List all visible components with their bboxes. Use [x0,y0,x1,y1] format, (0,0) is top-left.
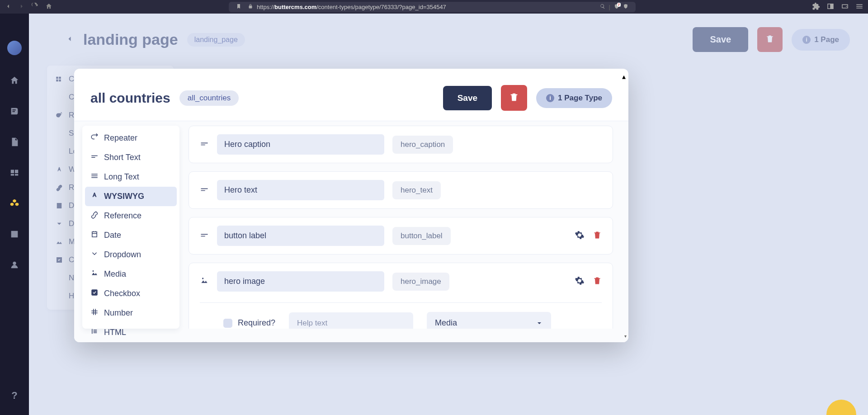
required-label: Required? [238,318,275,328]
field-name-input[interactable] [217,271,384,292]
url-bar[interactable]: https://buttercms.com/content-types/page… [229,2,636,12]
brave-logo-icon[interactable] [623,4,628,10]
panel-icon[interactable] [826,2,835,12]
zoom-icon[interactable] [600,4,605,10]
field-types-panel: RepeaterShort TextLong TextWYSIWYGRefere… [82,126,179,329]
field-type-repeater[interactable]: Repeater [85,128,177,148]
nav-blog-icon[interactable] [9,106,20,117]
trash-icon[interactable] [593,231,602,241]
modal-header: all countries all_countries Save i1 Page… [74,69,628,121]
menu-icon[interactable] [855,2,863,12]
field-slug: button_label [392,227,451,245]
field-type-number[interactable]: Number [85,303,177,323]
short-icon[interactable] [200,139,209,150]
link-icon [90,211,99,221]
field-name-input[interactable] [217,134,384,155]
short-icon[interactable] [200,185,209,196]
nav-content-types-icon[interactable] [9,198,20,209]
field-type-html[interactable]: HTML [85,323,177,342]
short-icon [90,152,99,163]
field-type-label: WYSIWYG [104,192,144,201]
date-icon [90,230,99,241]
url-text: https://buttercms.com/content-types/page… [257,4,446,10]
field-type-label: Dropdown [104,250,141,259]
field-name-input[interactable] [217,226,384,246]
media-icon[interactable] [200,276,209,287]
field-type-media[interactable]: Media [85,264,177,284]
field-type-select[interactable]: Media [427,312,551,329]
field-type-label: Media [104,269,126,279]
html-icon [90,327,99,338]
nav-pages-icon[interactable] [9,137,20,147]
field-row: button_label [200,226,602,246]
repeat-icon [90,133,99,143]
field-card: hero_caption [189,126,613,163]
field-type-label: Date [104,231,121,240]
hash-icon [90,308,99,318]
field-card: button_label [189,217,613,255]
avatar[interactable] [7,41,22,55]
gear-icon[interactable] [575,276,585,288]
help-text-input[interactable] [289,312,413,329]
browser-toolbar: https://buttercms.com/content-types/page… [0,0,868,14]
field-type-checkbox[interactable]: Checkbox [85,284,177,303]
short-icon[interactable] [200,231,209,241]
fields-list: hero_caption hero_text button_label hero… [189,126,615,329]
field-row: hero_image [200,271,602,292]
delete-button[interactable] [501,85,527,111]
chevron-icon [90,250,99,260]
field-type-label: Repeater [104,133,137,143]
brave-shield-icon[interactable]: 7 [614,4,619,10]
field-type-label: Number [104,308,133,318]
component-editor-modal: ▴ ▾ all countries all_countries Save i1 … [74,69,628,342]
field-name-input[interactable] [217,180,384,200]
modal-title: all countries [90,90,170,106]
field-settings: Required? Media [200,302,602,329]
field-type-label: HTML [104,328,126,337]
trash-icon[interactable] [593,276,602,287]
field-type-label: Reference [104,211,142,221]
home-icon[interactable] [45,3,52,11]
field-type-label: Long Text [104,172,139,182]
checkbox-icon[interactable] [223,319,232,328]
info-icon: i [546,94,554,102]
field-slug: hero_text [392,181,441,199]
nav-collections-icon[interactable] [9,167,20,178]
field-type-short-text[interactable]: Short Text [85,148,177,167]
modal-slug: all_countries [179,90,239,106]
select-value: Media [435,318,457,328]
forward-icon[interactable] [18,3,25,11]
chevron-down-icon [536,320,543,327]
help-icon[interactable]: ? [11,390,17,401]
field-card: hero_text [189,171,613,209]
nav-home-icon[interactable] [9,75,20,86]
save-button[interactable]: Save [443,86,492,110]
field-type-reference[interactable]: Reference [85,206,177,226]
reload-icon[interactable] [32,3,39,11]
wallet-icon[interactable] [841,2,849,12]
field-type-long-text[interactable]: Long Text [85,167,177,187]
required-toggle[interactable]: Required? [223,318,275,328]
nav-users-icon[interactable] [9,259,20,270]
field-slug: hero_caption [392,136,453,154]
field-type-dropdown[interactable]: Dropdown [85,245,177,264]
nav-media-icon[interactable] [9,229,20,240]
gear-icon[interactable] [575,230,585,242]
bookmark-icon[interactable] [236,4,241,10]
extensions-icon[interactable] [812,2,820,12]
svg-rect-0 [91,289,98,296]
scroll-down-icon[interactable]: ▾ [624,334,627,339]
field-type-wysiwyg[interactable]: WYSIWYG [85,187,177,206]
wysiwyg-icon [90,191,99,202]
field-card: hero_image Required? Media [189,263,613,329]
check-icon [90,288,99,299]
long-icon [90,172,99,182]
field-type-date[interactable]: Date [85,226,177,245]
field-type-label: Checkbox [104,289,140,298]
field-row: hero_caption [200,134,602,155]
scroll-up-icon[interactable]: ▴ [622,72,627,81]
field-row: hero_text [200,180,602,200]
back-icon[interactable] [5,3,12,11]
page-type-count-badge[interactable]: i1 Page Type [536,88,612,108]
lock-icon [248,4,253,10]
